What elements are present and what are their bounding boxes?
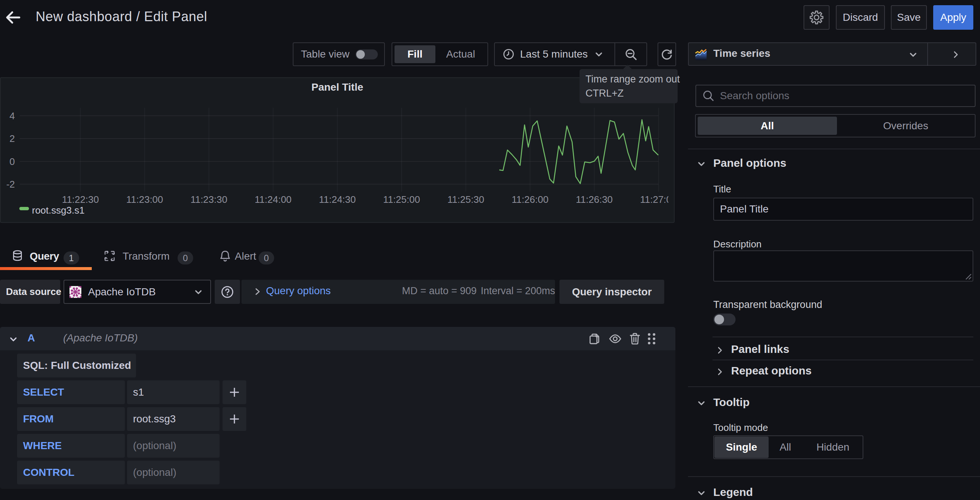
svg-text:11:24:00: 11:24:00: [255, 194, 292, 205]
svg-text:11:25:30: 11:25:30: [447, 194, 484, 205]
svg-text:11:24:30: 11:24:30: [319, 194, 356, 205]
svg-text:11:25:00: 11:25:00: [383, 194, 420, 205]
svg-text:11:26:30: 11:26:30: [576, 194, 612, 205]
svg-text:2: 2: [10, 133, 15, 144]
svg-text:0: 0: [10, 156, 15, 167]
svg-text:-2: -2: [6, 179, 15, 190]
svg-text:11:26:00: 11:26:00: [512, 194, 548, 205]
svg-text:11:27:00: 11:27:00: [640, 194, 675, 205]
svg-text:11:23:00: 11:23:00: [126, 194, 163, 205]
svg-text:11:23:30: 11:23:30: [191, 194, 228, 205]
svg-text:11:22:30: 11:22:30: [62, 194, 99, 205]
svg-text:4: 4: [10, 110, 15, 121]
svg-text:root.ssg3.s1: root.ssg3.s1: [32, 205, 85, 216]
